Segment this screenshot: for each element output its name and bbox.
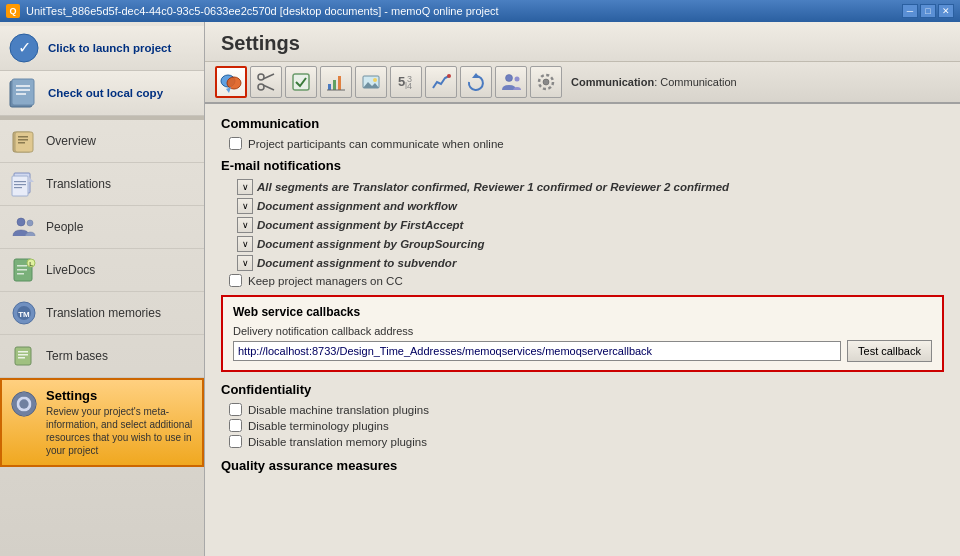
- svg-rect-30: [18, 351, 28, 353]
- email-dropdown-3[interactable]: ∨ Document assignment by FirstAccept: [221, 217, 944, 233]
- delivery-callback-label: Delivery notification callback address: [233, 325, 932, 337]
- email-dropdown-4[interactable]: ∨ Document assignment by GroupSourcing: [221, 236, 944, 252]
- tab-chart[interactable]: [320, 66, 352, 98]
- disable-tm-checkbox[interactable]: [229, 435, 242, 448]
- dropdown-icon-2[interactable]: ∨: [237, 198, 253, 214]
- launch-icon: ✓: [8, 32, 40, 64]
- maximize-button[interactable]: □: [920, 4, 936, 18]
- email-option-3: Document assignment by FirstAccept: [257, 219, 463, 231]
- tab-communication[interactable]: [215, 66, 247, 98]
- callback-url-input[interactable]: [233, 341, 841, 361]
- email-dropdown-2[interactable]: ∨ Document assignment and workflow: [221, 198, 944, 214]
- people-label: People: [46, 220, 83, 234]
- email-option-4: Document assignment by GroupSourcing: [257, 238, 484, 250]
- svg-rect-5: [16, 89, 30, 91]
- dropdown-icon-5[interactable]: ∨: [237, 255, 253, 271]
- email-dropdown-1[interactable]: ∨ All segments are Translator confirmed,…: [221, 179, 944, 195]
- communication-title: Communication: [221, 116, 944, 131]
- communication-checkbox-label: Project participants can communicate whe…: [248, 138, 504, 150]
- tm-label: Translation memories: [46, 306, 161, 320]
- disable-mt-label: Disable machine translation plugins: [248, 404, 429, 416]
- svg-rect-6: [16, 93, 26, 95]
- title-bar: Q UnitTest_886e5d5f-dec4-44c0-93c5-0633e…: [0, 0, 960, 22]
- sidebar-item-checkout[interactable]: Check out local copy: [0, 71, 204, 116]
- tab-number[interactable]: 5 3 4: [390, 66, 422, 98]
- tab-refresh[interactable]: [460, 66, 492, 98]
- dropdown-icon-1[interactable]: ∨: [237, 179, 253, 195]
- people-icon: [10, 213, 38, 241]
- email-option-1: All segments are Translator confirmed, R…: [257, 181, 729, 193]
- svg-marker-42: [226, 87, 231, 93]
- svg-rect-25: [17, 273, 24, 275]
- qa-title: Quality assurance measures: [221, 458, 944, 473]
- settings-content: Communication Project participants can c…: [205, 104, 960, 556]
- checkout-icon: [8, 77, 40, 109]
- svg-rect-49: [333, 80, 336, 90]
- close-button[interactable]: ✕: [938, 4, 954, 18]
- sidebar-item-launch[interactable]: ✓ Click to launch project: [0, 26, 204, 71]
- communication-checkbox-row[interactable]: Project participants can communicate whe…: [221, 137, 944, 150]
- sidebar-item-settings[interactable]: Settings Review your project's meta-info…: [0, 378, 204, 467]
- sidebar-item-tm[interactable]: TM Translation memories: [0, 292, 204, 335]
- window-controls: ─ □ ✕: [902, 4, 954, 18]
- test-callback-button[interactable]: Test callback: [847, 340, 932, 362]
- termbases-label: Term bases: [46, 349, 108, 363]
- svg-rect-13: [12, 176, 28, 196]
- disable-mt-row[interactable]: Disable machine translation plugins: [221, 403, 944, 416]
- sidebar-item-people[interactable]: People: [0, 206, 204, 249]
- tab-image[interactable]: [355, 66, 387, 98]
- dropdown-icon-4[interactable]: ∨: [237, 236, 253, 252]
- svg-point-61: [506, 75, 513, 82]
- email-dropdown-5[interactable]: ∨ Document assignment to subvendor: [221, 255, 944, 271]
- keep-on-cc-row[interactable]: Keep project managers on CC: [221, 274, 944, 287]
- sidebar-item-termbases[interactable]: Term bases: [0, 335, 204, 378]
- svg-rect-39: [31, 402, 36, 406]
- svg-point-18: [17, 218, 25, 226]
- svg-point-63: [543, 79, 549, 85]
- tab-gear[interactable]: [530, 66, 562, 98]
- overview-icon: [10, 127, 38, 155]
- disable-term-checkbox[interactable]: [229, 419, 242, 432]
- settings-description: Review your project's meta-information, …: [46, 405, 194, 457]
- communication-checkbox[interactable]: [229, 137, 242, 150]
- page-title: Settings: [205, 22, 960, 62]
- tab-check[interactable]: [285, 66, 317, 98]
- settings-toolbar: 5 3 4: [205, 62, 960, 104]
- main-container: ✓ Click to launch project Check out loca…: [0, 22, 960, 556]
- svg-rect-29: [15, 347, 31, 365]
- svg-rect-15: [14, 181, 26, 182]
- svg-point-59: [447, 74, 451, 78]
- svg-rect-3: [12, 79, 34, 105]
- svg-point-19: [27, 220, 33, 226]
- tab-stats[interactable]: [425, 66, 457, 98]
- svg-text:L: L: [29, 261, 33, 267]
- svg-rect-48: [328, 84, 331, 90]
- svg-rect-31: [18, 354, 28, 356]
- svg-rect-4: [16, 85, 30, 87]
- disable-term-label: Disable terminology plugins: [248, 420, 389, 432]
- settings-icon: [10, 390, 38, 418]
- dropdown-icon-3[interactable]: ∨: [237, 217, 253, 233]
- disable-tm-row[interactable]: Disable translation memory plugins: [221, 435, 944, 448]
- disable-mt-checkbox[interactable]: [229, 403, 242, 416]
- svg-point-35: [19, 399, 28, 408]
- launch-label: Click to launch project: [48, 41, 171, 56]
- callback-input-row: Test callback: [233, 340, 932, 362]
- sidebar-item-overview[interactable]: Overview: [0, 120, 204, 163]
- sidebar-item-translations[interactable]: Translations: [0, 163, 204, 206]
- overview-label: Overview: [46, 134, 96, 148]
- sidebar-item-livedocs[interactable]: L LiveDocs: [0, 249, 204, 292]
- svg-text:4: 4: [407, 81, 412, 91]
- minimize-button[interactable]: ─: [902, 4, 918, 18]
- svg-rect-37: [22, 411, 26, 416]
- email-notifications-title: E-mail notifications: [221, 158, 944, 173]
- keep-on-cc-checkbox[interactable]: [229, 274, 242, 287]
- disable-tm-label: Disable translation memory plugins: [248, 436, 427, 448]
- tab-scissors[interactable]: [250, 66, 282, 98]
- svg-rect-23: [17, 265, 27, 267]
- tab-people[interactable]: [495, 66, 527, 98]
- termbases-icon: [10, 342, 38, 370]
- app-icon: Q: [6, 4, 20, 18]
- callback-box-title: Web service callbacks: [233, 305, 932, 319]
- disable-term-row[interactable]: Disable terminology plugins: [221, 419, 944, 432]
